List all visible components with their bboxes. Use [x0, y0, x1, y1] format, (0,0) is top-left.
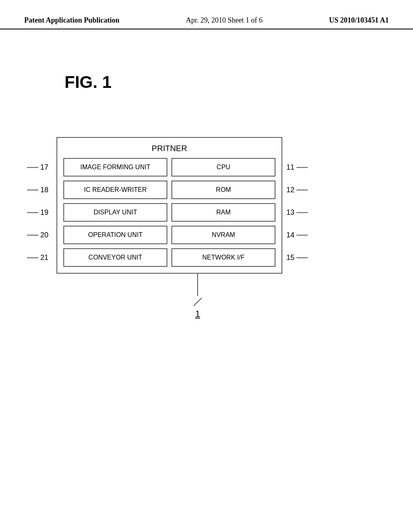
network-if-box: NETWORK I/F [171, 248, 275, 267]
label-21: 21 [27, 254, 48, 262]
header-patent-number: US 2010/103451 A1 [329, 16, 389, 25]
page-header: Patent Application Publication Apr. 29, … [0, 0, 413, 29]
tick-19 [27, 212, 38, 213]
nvram-box: NVRAM [171, 226, 275, 244]
tick-20 [27, 235, 38, 235]
label-19: 19 [27, 208, 48, 217]
label-12: 12 [286, 186, 308, 194]
label-20: 20 [27, 231, 48, 239]
printer-box: PRITNER IMAGE FORMING UNIT CPU 17 11 IC … [56, 137, 282, 274]
vert-line-1 [197, 274, 198, 296]
row-5: CONVEYOR UNIT NETWORK I/F 21 15 [63, 248, 275, 267]
diagram-container: PRITNER IMAGE FORMING UNIT CPU 17 11 IC … [56, 137, 339, 319]
conveyor-unit-box: CONVEYOR UNIT [63, 248, 167, 267]
row-2: IC READER-WRITER ROM 18 12 [63, 181, 275, 199]
tick-15 [296, 257, 308, 258]
image-forming-unit-box: IMAGE FORMING UNIT [63, 158, 167, 177]
label-13: 13 [286, 208, 308, 217]
ram-box: RAM [171, 203, 275, 222]
tick-17 [27, 167, 38, 168]
label-15: 15 [286, 254, 308, 262]
rows-wrapper: IMAGE FORMING UNIT CPU 17 11 IC READER-W… [63, 158, 275, 267]
header-date-sheet: Apr. 29, 2010 Sheet 1 of 6 [186, 16, 263, 25]
tick-18 [27, 189, 38, 190]
rom-box: ROM [171, 181, 275, 199]
node-number: 1 [195, 309, 200, 319]
label-11: 11 [286, 163, 308, 172]
label-18: 18 [27, 186, 48, 194]
figure-title: FIG. 1 [65, 73, 112, 92]
tick-11 [296, 167, 308, 168]
ic-reader-writer-box: IC READER-WRITER [63, 181, 167, 199]
tick-14 [296, 235, 308, 235]
tick-21 [27, 257, 38, 258]
display-unit-box: DISPLAY UNIT [63, 203, 167, 222]
network-connection: 1 [56, 274, 339, 319]
label-17: 17 [27, 163, 48, 172]
connector-slash [192, 296, 204, 308]
printer-label: PRITNER [63, 144, 275, 153]
operation-unit-box: OPERATION UNIT [63, 226, 167, 244]
row-3: DISPLAY UNIT RAM 19 13 [63, 203, 275, 222]
row-1: IMAGE FORMING UNIT CPU 17 11 [63, 158, 275, 177]
row-4: OPERATION UNIT NVRAM 20 14 [63, 226, 275, 244]
svg-line-0 [194, 298, 202, 306]
tick-13 [296, 212, 308, 213]
cpu-box: CPU [171, 158, 275, 177]
label-14: 14 [286, 231, 308, 239]
header-publication-label: Patent Application Publication [24, 16, 119, 25]
tick-12 [296, 189, 308, 190]
